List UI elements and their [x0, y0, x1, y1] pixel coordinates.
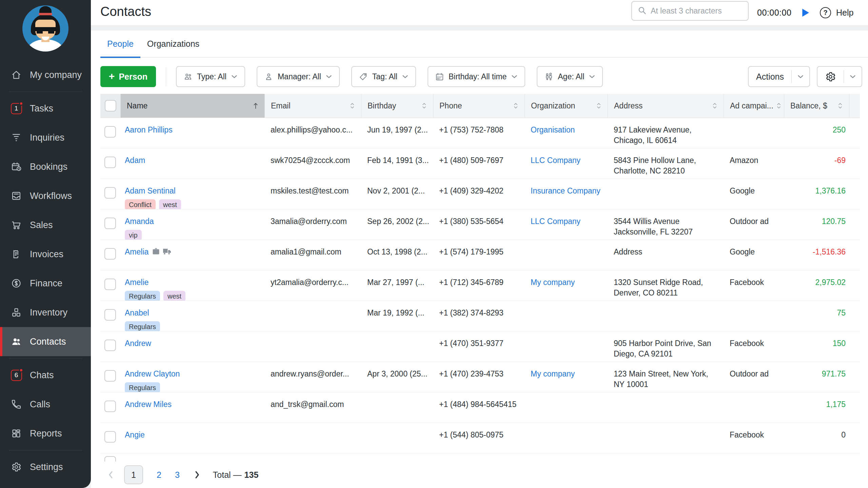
contact-name-link[interactable]: Andrew [125, 339, 151, 348]
cell-spacer [849, 423, 861, 453]
select-all-checkbox[interactable] [105, 100, 116, 111]
filter-type-all[interactable]: Type: All [176, 66, 245, 87]
sort-icon[interactable] [773, 102, 782, 109]
tab-organizations[interactable]: Organizations [140, 30, 206, 57]
header-cell-organization[interactable]: Organization [525, 94, 608, 118]
search-box[interactable] [631, 1, 749, 21]
filter-manager-all[interactable]: Manager: All [257, 66, 340, 87]
organization-link[interactable]: Insurance Company [531, 186, 600, 195]
filter-age-all[interactable]: Age: All [537, 66, 603, 87]
contact-name-link[interactable]: Amanda [125, 217, 154, 226]
organization-link[interactable]: Organisation [531, 125, 575, 134]
contact-name-link[interactable]: Anabel [125, 308, 149, 317]
plus-icon: + [109, 71, 115, 81]
row-checkbox[interactable] [104, 370, 116, 382]
cell-checkbox [100, 148, 120, 179]
gear-icon [10, 461, 22, 473]
cell-birthday: Jun 19, 1997 (2... [361, 118, 433, 148]
sort-icon[interactable] [593, 102, 601, 109]
sidebar-item-finance[interactable]: Finance [0, 269, 91, 298]
sort-icon[interactable] [709, 102, 717, 109]
avatar[interactable] [22, 5, 68, 52]
contact-name-link[interactable]: Angie [125, 430, 145, 439]
table-settings-button[interactable] [817, 66, 862, 87]
contact-name-link[interactable]: Amelie [125, 278, 149, 287]
row-checkbox[interactable] [104, 157, 116, 168]
search-input[interactable] [651, 6, 743, 16]
sidebar-item-settings[interactable]: Settings [0, 452, 91, 482]
contact-name-link[interactable]: Aaron Phillips [125, 125, 173, 134]
row-checkbox[interactable] [104, 431, 116, 443]
cell-ad-campaign: Facebook [724, 270, 784, 301]
contact-name-link[interactable]: Andrew Clayton [125, 369, 180, 378]
filter-birthday-all-time[interactable]: Birthday: All time [428, 66, 525, 87]
cell-balance: 250 [784, 118, 849, 148]
tab-people[interactable]: People [100, 30, 140, 57]
cell-ad-campaign [724, 392, 784, 423]
sidebar-item-bookings[interactable]: Bookings [0, 152, 91, 181]
contact-name-link[interactable]: Adam Sentinal [125, 186, 176, 195]
pagination-page-3[interactable]: 3 [175, 470, 180, 480]
table-row: AmelieRegularswestyt2amalia@orderry.c...… [100, 270, 860, 301]
sidebar-item-calls[interactable]: Calls [0, 390, 91, 419]
organization-link[interactable]: My company [531, 278, 575, 287]
sidebar-item-chats[interactable]: 6Chats [0, 361, 91, 390]
cell-phone: +1 (544) 805-0975 [433, 423, 525, 453]
sidebar-item-reports[interactable]: Reports [0, 419, 91, 448]
sidebar-item-sales[interactable]: Sales [0, 210, 91, 240]
header-cell-balance[interactable]: Balance, $ [784, 94, 849, 118]
sort-icon[interactable] [835, 102, 843, 109]
pagination-prev-icon[interactable] [107, 470, 115, 480]
cell-checkbox [100, 423, 120, 453]
sort-icon[interactable] [510, 102, 518, 109]
help-button[interactable]: ? Help [820, 0, 853, 25]
sidebar-item-tasks[interactable]: 1Tasks [0, 94, 91, 123]
contact-name-link[interactable]: Amelia [125, 247, 149, 256]
sidebar-item-invoices[interactable]: Invoices [0, 240, 91, 269]
row-checkbox[interactable] [104, 248, 116, 260]
cell-address: 905 Harbor Point Drive, San Diego, CA 92… [608, 331, 724, 362]
filter-tag-all[interactable]: Tag: All [351, 66, 416, 87]
row-checkbox[interactable] [104, 279, 116, 290]
row-checkbox[interactable] [104, 401, 116, 412]
sort-icon[interactable] [347, 102, 355, 109]
cell-birthday [361, 392, 433, 423]
cell-name: Adam [120, 148, 264, 179]
header-cell-address[interactable]: Address [608, 94, 724, 118]
sidebar-item-contacts[interactable]: Contacts [0, 327, 91, 356]
sidebar-item-my-company[interactable]: My company [0, 60, 91, 89]
chevron-down-icon[interactable] [844, 75, 862, 79]
organization-link[interactable]: LLC Company [531, 156, 580, 165]
row-checkbox[interactable] [104, 340, 116, 351]
pagination-next-icon[interactable] [193, 470, 201, 480]
row-checkbox[interactable] [104, 218, 116, 229]
sidebar-item-inquiries[interactable]: Inquiries [0, 123, 91, 152]
row-checkbox[interactable] [104, 309, 116, 321]
tag-list: Conflictwest [125, 199, 258, 209]
row-checkbox[interactable] [104, 187, 116, 199]
add-person-button[interactable]: + Person [100, 66, 156, 87]
topbar: Contacts 00:00:00 ? Help [91, 0, 868, 25]
organization-link[interactable]: LLC Company [531, 217, 580, 226]
contact-name-link[interactable]: Adam [125, 156, 145, 165]
chevron-down-icon[interactable] [792, 75, 809, 79]
header-cell-name[interactable]: Name [120, 94, 264, 118]
sort-icon[interactable] [419, 102, 427, 109]
actions-button[interactable]: Actions [748, 66, 810, 87]
cell-birthday [361, 331, 433, 362]
header-cell-ad-campai[interactable]: Ad campai... [724, 94, 784, 118]
receipt-icon [10, 248, 22, 260]
header-cell-birthday[interactable]: Birthday [361, 94, 433, 118]
row-checkbox[interactable] [104, 126, 116, 138]
sidebar-item-workflows[interactable]: Workflows [0, 181, 91, 210]
contact-name-link[interactable]: Andrew Miles [125, 400, 172, 409]
sidebar-item-inventory[interactable]: Inventory [0, 298, 91, 327]
play-button[interactable] [801, 8, 810, 18]
header-cell-email[interactable]: Email [264, 94, 361, 118]
organization-link[interactable]: My company [531, 369, 575, 378]
phone-icon [10, 398, 22, 410]
pagination-page-2[interactable]: 2 [157, 470, 161, 480]
sort-asc-icon[interactable] [250, 102, 258, 109]
pagination-page-1[interactable]: 1 [124, 465, 143, 484]
header-cell-phone[interactable]: Phone [433, 94, 525, 118]
